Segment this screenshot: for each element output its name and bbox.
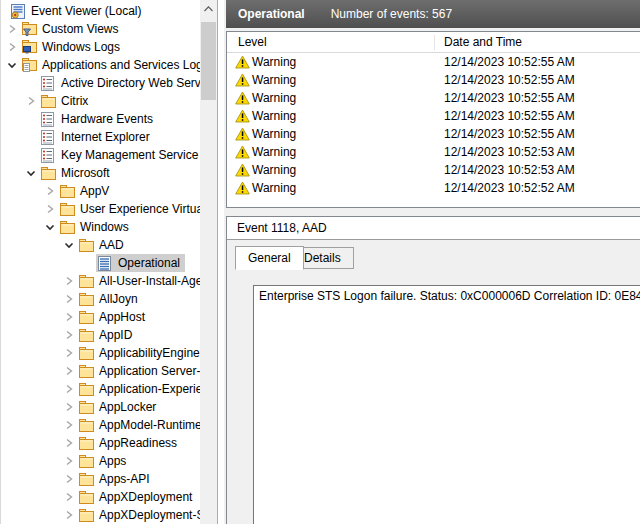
tree-vertical-scrollbar[interactable] (200, 0, 217, 524)
chevron-collapsed-icon[interactable] (44, 185, 58, 197)
tree-item-internet-explorer[interactable]: Internet Explorer (1, 128, 200, 146)
scroll-up-button[interactable] (200, 0, 217, 17)
tree-item-appxdeployment[interactable]: AppXDeployment (1, 488, 200, 506)
tree-item-label: AllJoyn (99, 291, 141, 307)
tree-item-windows[interactable]: Windows (1, 218, 200, 236)
event-row[interactable]: Warning12/14/2023 10:52:55 AM (227, 53, 640, 71)
folder-icon (79, 310, 95, 324)
event-row[interactable]: Warning12/14/2023 10:52:52 AM (227, 179, 640, 197)
warning-icon (235, 109, 250, 126)
column-header-date[interactable]: Date and Time (444, 35, 522, 49)
chevron-expanded-icon[interactable] (25, 167, 39, 179)
event-count: Number of events: 567 (331, 7, 452, 21)
folder-icon (79, 490, 95, 504)
tree-item-event-viewer-local-[interactable]: Event Viewer (Local) (1, 2, 200, 20)
tree-item-appid[interactable]: AppID (1, 326, 200, 344)
tree-item-alljoyn[interactable]: AllJoyn (1, 290, 200, 308)
log-icon (41, 148, 57, 162)
tree-item-appxdeployment-server[interactable]: AppXDeployment-Server (1, 506, 200, 524)
column-separator[interactable] (434, 35, 435, 50)
chevron-expanded-icon[interactable] (6, 59, 20, 71)
tree-item-label: ApplicabilityEngine (99, 345, 200, 361)
tree-item-label: Windows Logs (42, 39, 123, 55)
tree-item-appv[interactable]: AppV (1, 182, 200, 200)
chevron-collapsed-icon[interactable] (63, 329, 77, 341)
folder-icon (79, 436, 95, 450)
event-datetime: 12/14/2023 10:52:53 AM (444, 145, 575, 159)
folder-icon (79, 418, 95, 432)
tree-item-label: Apps-API (99, 471, 153, 487)
tree-item-label: Hardware Events (61, 111, 156, 127)
chevron-collapsed-icon[interactable] (63, 509, 77, 521)
tree-item-citrix[interactable]: Citrix (1, 92, 200, 110)
tree-item-applocker[interactable]: AppLocker (1, 398, 200, 416)
chevron-collapsed-icon[interactable] (6, 23, 20, 35)
tree-item-custom-views[interactable]: Custom Views (1, 20, 200, 38)
tree-item-hardware-events[interactable]: Hardware Events (1, 110, 200, 128)
event-datetime: 12/14/2023 10:52:55 AM (444, 91, 575, 105)
chevron-collapsed-icon[interactable] (63, 365, 77, 377)
event-row[interactable]: Warning12/14/2023 10:52:55 AM (227, 71, 640, 89)
chevron-collapsed-icon[interactable] (63, 275, 77, 287)
arrow-spacer (25, 113, 39, 125)
chevron-expanded-icon[interactable] (44, 221, 58, 233)
tab-details-label: Details (304, 251, 341, 265)
chevron-expanded-icon[interactable] (63, 239, 77, 251)
tree-item-windows-logs[interactable]: Windows Logs (1, 38, 200, 56)
tree-item-all-user-install-agent[interactable]: All-User-Install-Agent (1, 272, 200, 290)
chevron-collapsed-icon[interactable] (63, 437, 77, 449)
chevron-collapsed-icon[interactable] (63, 419, 77, 431)
tree-item-label: Active Directory Web Services (61, 75, 200, 91)
folder-icon (79, 292, 95, 306)
event-level: Warning (252, 163, 296, 177)
tree-item-user-experience-virtualization[interactable]: User Experience Virtualization (1, 200, 200, 218)
tree-item-appreadiness[interactable]: AppReadiness (1, 434, 200, 452)
tree-item-key-management-service[interactable]: Key Management Service (1, 146, 200, 164)
event-row[interactable]: Warning12/14/2023 10:52:55 AM (227, 89, 640, 107)
event-detail-pane: Event 1118, AAD General Details Enterpri… (226, 216, 640, 524)
tree-item-application-server-applications[interactable]: Application Server-Applications (1, 362, 200, 380)
tree-item-appmodel-runtime[interactable]: AppModel-Runtime (1, 416, 200, 434)
tree-item-label: All-User-Install-Agent (99, 273, 200, 289)
chevron-collapsed-icon[interactable] (6, 41, 20, 53)
tree-item-operational[interactable]: Operational (1, 254, 200, 272)
column-header-level[interactable]: Level (238, 35, 267, 49)
event-message-box[interactable]: Enterprise STS Logon failure. Status: 0x… (253, 285, 640, 524)
tree-item-label: Custom Views (42, 21, 121, 37)
chevron-collapsed-icon[interactable] (63, 401, 77, 413)
event-row[interactable]: Warning12/14/2023 10:52:53 AM (227, 143, 640, 161)
tree-item-apps[interactable]: Apps (1, 452, 200, 470)
chevron-collapsed-icon[interactable] (63, 311, 77, 323)
tree-item-aad[interactable]: AAD (1, 236, 200, 254)
warning-icon (235, 55, 250, 72)
tree-item-label: Applications and Services Logs (42, 57, 200, 73)
scrollbar-thumb[interactable] (201, 22, 216, 100)
tree-item-label: AppXDeployment-Server (99, 507, 200, 523)
chevron-collapsed-icon[interactable] (63, 293, 77, 305)
tree-item-application-experience[interactable]: Application-Experience (1, 380, 200, 398)
chevron-collapsed-icon[interactable] (44, 203, 58, 215)
event-detail-title: Event 1118, AAD (237, 221, 327, 235)
chevron-collapsed-icon[interactable] (63, 383, 77, 395)
tree-item-applicabilityengine[interactable]: ApplicabilityEngine (1, 344, 200, 362)
chevron-collapsed-icon[interactable] (63, 491, 77, 503)
tree-item-active-directory-web-services[interactable]: Active Directory Web Services (1, 74, 200, 92)
chevron-collapsed-icon[interactable] (63, 347, 77, 359)
tree-item-label: Apps (99, 453, 129, 469)
event-row[interactable]: Warning12/14/2023 10:52:55 AM (227, 125, 640, 143)
event-message-text: Enterprise STS Logon failure. Status: 0x… (259, 289, 640, 303)
folder-icon (79, 382, 95, 396)
tree-item-apphost[interactable]: AppHost (1, 308, 200, 326)
chevron-collapsed-icon[interactable] (63, 455, 77, 467)
tab-general[interactable]: General (235, 246, 304, 270)
tree-item-applications-and-services-logs[interactable]: Applications and Services Logs (1, 56, 200, 74)
event-list: Level Date and Time Warning12/14/2023 10… (226, 31, 640, 208)
tree-item-microsoft[interactable]: Microsoft (1, 164, 200, 182)
event-row[interactable]: Warning12/14/2023 10:52:53 AM (227, 161, 640, 179)
tree-item-label: Operational (118, 255, 183, 271)
warning-icon (235, 73, 250, 90)
chevron-collapsed-icon[interactable] (25, 95, 39, 107)
chevron-collapsed-icon[interactable] (63, 473, 77, 485)
event-row[interactable]: Warning12/14/2023 10:52:55 AM (227, 107, 640, 125)
tree-item-apps-api[interactable]: Apps-API (1, 470, 200, 488)
